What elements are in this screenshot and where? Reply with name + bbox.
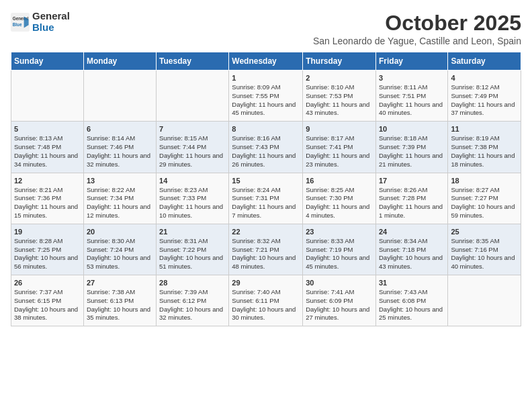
cell-content: Sunrise: 8:17 AM Sunset: 7:41 PM Dayligh… <box>306 134 373 169</box>
day-number: 25 <box>451 228 518 236</box>
cell-content: Sunrise: 7:41 AM Sunset: 6:09 PM Dayligh… <box>306 288 373 322</box>
calendar-cell: 27Sunrise: 7:38 AM Sunset: 6:13 PM Dayli… <box>83 275 156 326</box>
calendar-cell: 22Sunrise: 8:32 AM Sunset: 7:21 PM Dayli… <box>229 224 303 275</box>
calendar-cell: 23Sunrise: 8:33 AM Sunset: 7:19 PM Dayli… <box>303 224 376 275</box>
calendar-cell: 8Sunrise: 8:16 AM Sunset: 7:43 PM Daylig… <box>229 122 303 173</box>
weekday-header-wednesday: Wednesday <box>229 52 303 71</box>
cell-content: Sunrise: 8:27 AM Sunset: 7:27 PM Dayligh… <box>451 186 518 220</box>
calendar-cell: 31Sunrise: 7:43 AM Sunset: 6:08 PM Dayli… <box>375 275 447 326</box>
cell-content: Sunrise: 7:39 AM Sunset: 6:12 PM Dayligh… <box>159 288 226 322</box>
cell-content: Sunrise: 8:16 AM Sunset: 7:43 PM Dayligh… <box>232 134 300 169</box>
day-number: 20 <box>87 228 153 236</box>
day-number: 9 <box>306 125 373 133</box>
calendar-cell: 26Sunrise: 7:37 AM Sunset: 6:15 PM Dayli… <box>11 275 84 326</box>
weekday-header-sunday: Sunday <box>11 52 84 71</box>
cell-content: Sunrise: 8:09 AM Sunset: 7:55 PM Dayligh… <box>232 83 300 118</box>
cell-content: Sunrise: 8:30 AM Sunset: 7:24 PM Dayligh… <box>87 237 153 271</box>
calendar-cell: 10Sunrise: 8:18 AM Sunset: 7:39 PM Dayli… <box>375 122 447 173</box>
calendar-cell: 17Sunrise: 8:26 AM Sunset: 7:28 PM Dayli… <box>375 173 447 224</box>
cell-content: Sunrise: 8:33 AM Sunset: 7:19 PM Dayligh… <box>306 237 373 271</box>
calendar-cell <box>83 71 156 122</box>
calendar-cell: 18Sunrise: 8:27 AM Sunset: 7:27 PM Dayli… <box>448 173 521 224</box>
page-header: General Blue General Blue October 2025 S… <box>11 11 521 46</box>
day-number: 19 <box>14 228 81 236</box>
cell-content: Sunrise: 8:12 AM Sunset: 7:49 PM Dayligh… <box>451 83 518 118</box>
calendar-cell <box>448 275 521 326</box>
logo-line1: General <box>32 11 70 22</box>
cell-content: Sunrise: 7:38 AM Sunset: 6:13 PM Dayligh… <box>87 288 153 322</box>
day-number: 29 <box>232 279 300 287</box>
cell-content: Sunrise: 8:18 AM Sunset: 7:39 PM Dayligh… <box>379 134 445 169</box>
weekday-header-thursday: Thursday <box>303 52 376 71</box>
weekday-header-row: SundayMondayTuesdayWednesdayThursdayFrid… <box>11 52 521 71</box>
cell-content: Sunrise: 8:35 AM Sunset: 7:16 PM Dayligh… <box>451 237 518 271</box>
day-number: 27 <box>87 279 153 287</box>
calendar-cell: 7Sunrise: 8:15 AM Sunset: 7:44 PM Daylig… <box>157 122 229 173</box>
day-number: 17 <box>379 177 445 185</box>
cell-content: Sunrise: 7:37 AM Sunset: 6:15 PM Dayligh… <box>14 288 81 322</box>
day-number: 2 <box>306 74 373 82</box>
month-title: October 2025 <box>313 11 521 36</box>
day-number: 16 <box>306 177 373 185</box>
day-number: 4 <box>451 74 518 82</box>
day-number: 3 <box>379 74 445 82</box>
day-number: 24 <box>379 228 445 236</box>
day-number: 10 <box>379 125 445 133</box>
day-number: 18 <box>451 177 518 185</box>
day-number: 30 <box>306 279 373 287</box>
calendar-cell <box>157 71 229 122</box>
calendar-cell: 15Sunrise: 8:24 AM Sunset: 7:31 PM Dayli… <box>229 173 303 224</box>
cell-content: Sunrise: 8:14 AM Sunset: 7:46 PM Dayligh… <box>87 134 153 169</box>
calendar-cell: 12Sunrise: 8:21 AM Sunset: 7:36 PM Dayli… <box>11 173 84 224</box>
cell-content: Sunrise: 8:34 AM Sunset: 7:18 PM Dayligh… <box>379 237 445 271</box>
day-number: 26 <box>14 279 81 287</box>
svg-text:Blue: Blue <box>13 21 22 26</box>
cell-content: Sunrise: 8:22 AM Sunset: 7:34 PM Dayligh… <box>87 186 153 220</box>
day-number: 14 <box>159 177 226 185</box>
cell-content: Sunrise: 8:25 AM Sunset: 7:30 PM Dayligh… <box>306 186 373 220</box>
calendar-week-row: 12Sunrise: 8:21 AM Sunset: 7:36 PM Dayli… <box>11 173 521 224</box>
cell-content: Sunrise: 8:10 AM Sunset: 7:53 PM Dayligh… <box>306 83 373 118</box>
calendar-cell: 6Sunrise: 8:14 AM Sunset: 7:46 PM Daylig… <box>83 122 156 173</box>
weekday-header-monday: Monday <box>83 52 156 71</box>
day-number: 28 <box>159 279 226 287</box>
calendar-week-row: 26Sunrise: 7:37 AM Sunset: 6:15 PM Dayli… <box>11 275 521 326</box>
calendar-cell: 30Sunrise: 7:41 AM Sunset: 6:09 PM Dayli… <box>303 275 376 326</box>
calendar-cell: 5Sunrise: 8:13 AM Sunset: 7:48 PM Daylig… <box>11 122 84 173</box>
day-number: 7 <box>159 125 226 133</box>
day-number: 11 <box>451 125 518 133</box>
cell-content: Sunrise: 8:32 AM Sunset: 7:21 PM Dayligh… <box>232 237 300 271</box>
calendar-body: 1Sunrise: 8:09 AM Sunset: 7:55 PM Daylig… <box>11 71 521 326</box>
weekday-header-tuesday: Tuesday <box>157 52 229 71</box>
cell-content: Sunrise: 8:13 AM Sunset: 7:48 PM Dayligh… <box>14 134 81 169</box>
logo-icon: General Blue <box>11 13 30 32</box>
cell-content: Sunrise: 8:31 AM Sunset: 7:22 PM Dayligh… <box>159 237 226 271</box>
calendar-cell: 28Sunrise: 7:39 AM Sunset: 6:12 PM Dayli… <box>157 275 229 326</box>
cell-content: Sunrise: 8:15 AM Sunset: 7:44 PM Dayligh… <box>159 134 226 169</box>
day-number: 15 <box>232 177 300 185</box>
day-number: 1 <box>232 74 300 82</box>
day-number: 12 <box>14 177 81 185</box>
calendar-week-row: 1Sunrise: 8:09 AM Sunset: 7:55 PM Daylig… <box>11 71 521 122</box>
cell-content: Sunrise: 8:21 AM Sunset: 7:36 PM Dayligh… <box>14 186 81 220</box>
cell-content: Sunrise: 7:43 AM Sunset: 6:08 PM Dayligh… <box>379 288 445 322</box>
calendar-table: SundayMondayTuesdayWednesdayThursdayFrid… <box>11 52 521 326</box>
calendar-cell: 1Sunrise: 8:09 AM Sunset: 7:55 PM Daylig… <box>229 71 303 122</box>
day-number: 21 <box>159 228 226 236</box>
calendar-week-row: 19Sunrise: 8:28 AM Sunset: 7:25 PM Dayli… <box>11 224 521 275</box>
calendar-cell: 24Sunrise: 8:34 AM Sunset: 7:18 PM Dayli… <box>375 224 447 275</box>
calendar-cell: 9Sunrise: 8:17 AM Sunset: 7:41 PM Daylig… <box>303 122 376 173</box>
weekday-header-friday: Friday <box>375 52 447 71</box>
calendar-cell: 3Sunrise: 8:11 AM Sunset: 7:51 PM Daylig… <box>375 71 447 122</box>
calendar-cell: 11Sunrise: 8:19 AM Sunset: 7:38 PM Dayli… <box>448 122 521 173</box>
cell-content: Sunrise: 7:40 AM Sunset: 6:11 PM Dayligh… <box>232 288 300 322</box>
calendar-cell: 16Sunrise: 8:25 AM Sunset: 7:30 PM Dayli… <box>303 173 376 224</box>
day-number: 31 <box>379 279 445 287</box>
calendar-cell: 20Sunrise: 8:30 AM Sunset: 7:24 PM Dayli… <box>83 224 156 275</box>
calendar-cell: 13Sunrise: 8:22 AM Sunset: 7:34 PM Dayli… <box>83 173 156 224</box>
weekday-header-saturday: Saturday <box>448 52 521 71</box>
calendar-cell: 21Sunrise: 8:31 AM Sunset: 7:22 PM Dayli… <box>157 224 229 275</box>
calendar-week-row: 5Sunrise: 8:13 AM Sunset: 7:48 PM Daylig… <box>11 122 521 173</box>
calendar-cell <box>11 71 84 122</box>
calendar-cell: 14Sunrise: 8:23 AM Sunset: 7:33 PM Dayli… <box>157 173 229 224</box>
